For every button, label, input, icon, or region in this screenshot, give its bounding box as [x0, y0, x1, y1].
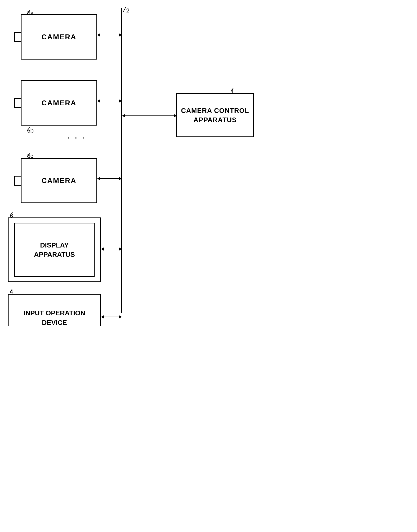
bus-tick [123, 7, 128, 12]
camera1-tick [27, 10, 32, 14]
svg-line-2 [27, 127, 30, 131]
svg-line-4 [10, 212, 12, 216]
control-apparatus-label: CAMERA CONTROLAPPARATUS [181, 106, 249, 125]
control-arrow-right [174, 114, 177, 118]
camera3-label: CAMERA [41, 177, 76, 185]
control-tick [231, 88, 235, 93]
control-arrow-shaft [125, 115, 174, 116]
display-inner-box: DISPLAYAPPARATUS [14, 223, 95, 277]
camera3-lens [14, 176, 22, 186]
display-arrow-right [119, 247, 122, 251]
control-apparatus-box: CAMERA CONTROLAPPARATUS [176, 93, 254, 137]
input-arrow [101, 315, 122, 319]
display-arrow [101, 247, 122, 251]
svg-line-0 [123, 7, 126, 12]
display-arrow-shaft [104, 249, 119, 249]
input-device-label: INPUT OPERATIONDEVICE [24, 308, 85, 326]
svg-line-6 [231, 88, 233, 92]
camera2-box: CAMERA [21, 80, 97, 126]
camera1-arrow-shaft [100, 35, 119, 35]
camera3-arrow-left [97, 177, 100, 180]
camera2-label: CAMERA [41, 99, 76, 107]
camera3-arrow-shaft [100, 178, 119, 179]
camera2-arrow [97, 99, 122, 103]
camera3-arrow-right [119, 177, 122, 180]
input-tick [10, 289, 15, 293]
input-arrow-shaft [104, 317, 119, 317]
camera3-tick [27, 153, 32, 157]
camera3-box: CAMERA [21, 158, 97, 203]
ellipsis: · · · [67, 132, 86, 143]
camera2-arrow-right [119, 99, 122, 103]
input-arrow-left [101, 315, 104, 319]
camera1-arrow-right [119, 33, 122, 37]
svg-line-1 [27, 10, 30, 14]
camera2-lens [14, 98, 22, 108]
camera1-box: CAMERA [21, 14, 97, 60]
display-tick [10, 212, 15, 217]
camera2-tick [27, 127, 32, 132]
camera3-arrow [97, 177, 122, 180]
bus-line [121, 8, 122, 313]
camera1-arrow-left [97, 33, 100, 37]
svg-line-5 [10, 289, 12, 293]
input-device-box: INPUT OPERATIONDEVICE [8, 294, 101, 326]
camera1-label: CAMERA [41, 33, 76, 41]
svg-line-3 [27, 153, 30, 157]
display-arrow-left [101, 247, 104, 251]
camera2-arrow-left [97, 99, 100, 103]
display-label: DISPLAYAPPARATUS [34, 241, 75, 259]
input-arrow-right [119, 315, 122, 319]
camera2-arrow-shaft [100, 101, 119, 101]
control-arrow-left [122, 114, 125, 118]
camera1-arrow [97, 33, 122, 37]
diagram-container: 2 5a CAMERA CAMERA 5b · · · 5c [0, 0, 261, 326]
control-arrow [122, 114, 177, 118]
camera1-lens [14, 32, 22, 42]
